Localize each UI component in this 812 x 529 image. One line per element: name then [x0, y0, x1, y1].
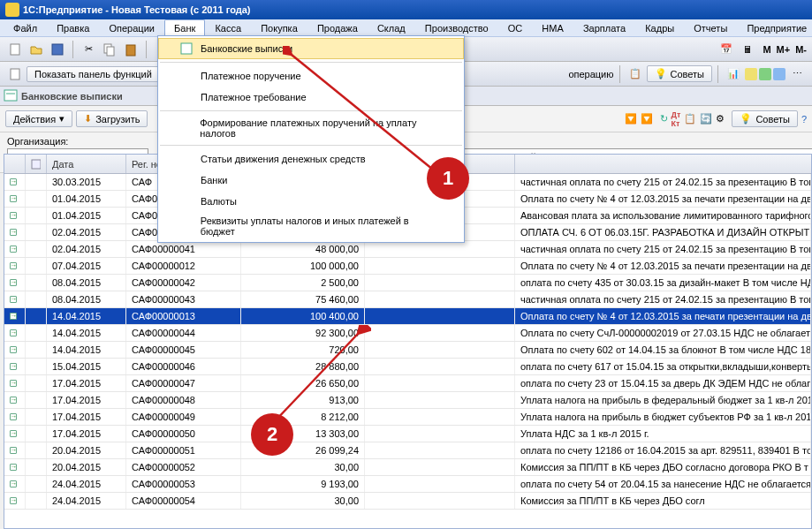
dropdown-item[interactable]: Реквизиты уплаты налогов и иных платежей…	[158, 212, 464, 240]
table-cell	[4, 208, 26, 223]
doc-icon[interactable]	[5, 64, 25, 84]
table-row[interactable]: 17.04.2015САФ0000005013 303,00Уплата НДС…	[4, 426, 811, 442]
menu-ос[interactable]: ОС	[498, 19, 533, 36]
table-cell: 07.04.2015	[47, 258, 126, 274]
column-header[interactable]: Дата	[47, 155, 126, 173]
calendar-icon[interactable]: 📅	[717, 40, 736, 59]
dropdown-item[interactable]: Банки	[158, 170, 464, 191]
table-row[interactable]: 08.04.2015САФ0000004375 460,00частичная …	[4, 291, 811, 308]
table-cell: 08.04.2015	[47, 291, 126, 307]
color2-icon[interactable]	[759, 68, 771, 80]
color3-icon[interactable]	[773, 68, 785, 80]
dropdown-item[interactable]: Платежное поручение	[158, 65, 464, 87]
table-cell	[4, 493, 26, 509]
advice-button[interactable]: 💡 Советы	[647, 65, 712, 82]
dk-icon[interactable]: ДтКт	[672, 110, 681, 128]
table-row[interactable]: 24.04.2015САФ0000005430,00Комиссия за ПП…	[4, 493, 811, 510]
cut-icon[interactable]: ✂	[79, 40, 98, 59]
table-row[interactable]: 15.04.2015САФ0000004628 880,00оплата по …	[4, 359, 811, 375]
table-cell: Оплата по счету № 4 от 12.03.2015 за печ…	[515, 308, 811, 324]
dropdown-item[interactable]: Платежное требование	[158, 87, 464, 108]
table-cell	[365, 493, 515, 509]
table-row[interactable]: 08.04.2015САФ000000422 500,00оплата по с…	[4, 275, 811, 291]
calculator-icon[interactable]: 🖩	[738, 40, 757, 59]
filter1-icon[interactable]: 🔽	[625, 113, 637, 125]
open-icon[interactable]	[27, 40, 46, 59]
new-icon[interactable]	[5, 40, 25, 59]
row-status-icon	[10, 430, 17, 437]
actions-dropdown[interactable]: Действия ▾	[5, 110, 72, 127]
form-icon[interactable]: 📋	[684, 113, 696, 125]
table-cell: 24.04.2015	[47, 476, 126, 492]
blank-icon	[179, 194, 194, 208]
menu-предприятие[interactable]: Предприятие	[737, 19, 812, 36]
menu-касса[interactable]: Касса	[205, 19, 251, 36]
menu-правка[interactable]: Правка	[47, 19, 99, 36]
dropdown-item-label: Банковские выписки	[201, 43, 292, 54]
menu-операции[interactable]: Операции	[99, 19, 164, 36]
table-cell	[26, 442, 47, 458]
table-cell: 30,00	[241, 493, 365, 509]
menu-отчеты[interactable]: Отчеты	[684, 19, 737, 36]
table-cell: 9 193,00	[241, 476, 365, 492]
table-row[interactable]: 24.04.2015САФ000000539 193,00оплата по с…	[4, 476, 811, 493]
dropdown-item[interactable]: Формирование платежных поручений на упла…	[158, 114, 464, 142]
dropdown-item[interactable]: Банковские выписки	[158, 38, 464, 59]
table-row[interactable]: 20.04.2015САФ0000005230,00Комиссия за ПП…	[4, 459, 811, 476]
legend-icon[interactable]: 📊	[724, 64, 743, 84]
table-row[interactable]: 14.04.2015САФ0000004492 300,00Оплата по …	[4, 325, 811, 342]
menu-производство[interactable]: Производство	[415, 19, 498, 36]
menu-продажа[interactable]: Продажа	[307, 19, 368, 36]
menu-зарплата[interactable]: Зарплата	[573, 19, 635, 36]
table-cell: 01.04.2015	[47, 191, 126, 207]
m-label[interactable]: M	[763, 44, 770, 55]
table-row[interactable]: 17.04.2015САФ000000498 212,00Уплата нало…	[4, 409, 811, 426]
bank-menu-dropdown: Банковские выпискиПлатежное поручениеПла…	[157, 35, 465, 243]
table-cell: САФ00000052	[126, 459, 241, 475]
paste-icon[interactable]	[121, 40, 140, 59]
load-button[interactable]: ⬇ Загрузить	[76, 110, 148, 127]
table-row[interactable]: 20.04.2015САФ0000005126 099,24оплата по …	[4, 442, 811, 459]
menu-кадры[interactable]: Кадры	[635, 19, 684, 36]
table-cell: 30.03.2015	[47, 174, 126, 190]
menu-склад[interactable]: Склад	[368, 19, 415, 36]
table-row[interactable]: 17.04.2015САФ0000004726 650,00оплата по …	[4, 375, 811, 392]
dropdown-item[interactable]: Валюты	[158, 191, 464, 212]
m-minus-label[interactable]: M-	[795, 44, 807, 55]
app-icon	[5, 3, 19, 17]
menu-нма[interactable]: НМА	[532, 19, 573, 36]
misc-icon[interactable]: ⋯	[787, 64, 807, 84]
color1-icon[interactable]	[745, 68, 757, 80]
table-row[interactable]: 14.04.2015САФ00000013100 400,00Оплата по…	[4, 308, 811, 325]
table-row[interactable]: 07.04.2015САФ00000012100 000,00Оплата по…	[4, 258, 811, 275]
table-row[interactable]: 14.04.2015САФ00000045720,00Оплата по сче…	[4, 342, 811, 359]
table-row[interactable]: 02.04.2015САФ0000004148 000,00частичная …	[4, 241, 811, 258]
settings-icon[interactable]: ⚙	[716, 113, 725, 125]
column-header[interactable]	[4, 155, 26, 173]
show-panel-button[interactable]: Показать панель функций	[27, 66, 160, 82]
menu-банк[interactable]: Банк	[164, 19, 205, 36]
menu-файл[interactable]: Файл	[4, 19, 47, 36]
column-header[interactable]	[26, 155, 47, 173]
table-cell	[26, 308, 47, 324]
menu-покупка[interactable]: Покупка	[251, 19, 307, 36]
save-icon[interactable]	[48, 40, 67, 59]
copy-icon[interactable]	[100, 40, 119, 59]
m-plus-label[interactable]: M+	[777, 44, 791, 55]
refresh2-icon[interactable]: 🔄	[700, 113, 712, 125]
table-cell	[26, 426, 47, 442]
table-cell: частичная оплата по счету 215 от 24.02.1…	[515, 291, 811, 307]
help-icon[interactable]: ?	[801, 114, 807, 125]
refresh-icon[interactable]: ↻	[660, 113, 668, 125]
table-row[interactable]: 17.04.2015САФ00000048913,00Уплата налога…	[4, 392, 811, 409]
operation-label[interactable]: операцию	[568, 69, 613, 79]
table-cell: 02.04.2015	[47, 224, 126, 240]
report-icon[interactable]: 📋	[626, 64, 645, 84]
advice-button-2[interactable]: 💡 Советы	[732, 110, 797, 127]
filter-clear-icon[interactable]: 🔽	[641, 113, 653, 125]
advice-label: Советы	[671, 69, 704, 79]
table-cell: САФ00000012	[126, 258, 241, 274]
dropdown-item[interactable]: Статьи движения денежных средств	[158, 148, 464, 170]
table-cell	[4, 291, 26, 307]
table-cell: САФ00000048	[126, 392, 241, 408]
